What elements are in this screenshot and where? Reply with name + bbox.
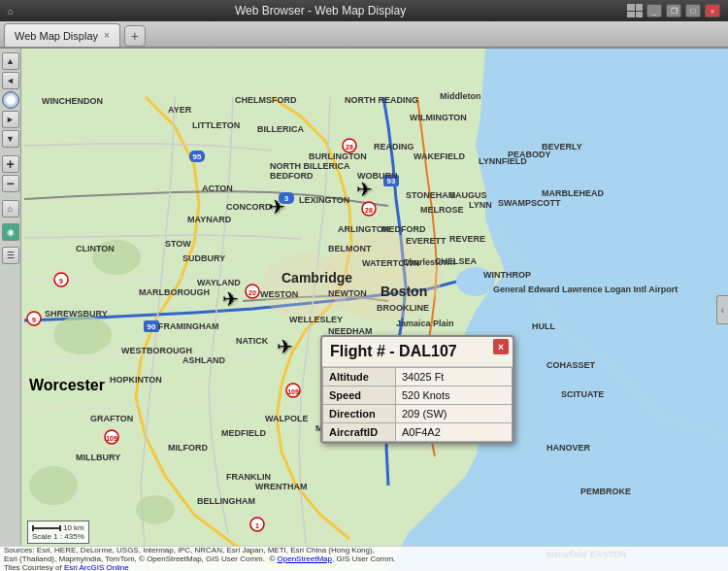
title-bar-title: Web Browser - Web Map Display [14, 4, 627, 17]
svg-text:28: 28 [365, 207, 373, 214]
new-tab-button[interactable]: + [124, 25, 146, 47]
title-bar: ⌂ Web Browser - Web Map Display _ ❐ □ × [0, 0, 728, 21]
svg-text:9: 9 [59, 278, 63, 285]
tab-web-map-display[interactable]: Web Map Display × [4, 23, 120, 47]
popup-row: Altitude34025 Ft [323, 368, 513, 386]
popup-title: Flight # - DAL107 [322, 337, 513, 367]
svg-point-29 [136, 495, 175, 524]
openstreetmap-link[interactable]: OpenStreetMap [278, 554, 332, 563]
map-container[interactable]: 90 93 95 3 28 28 20 9 109 9 109 1 [0, 49, 728, 571]
svg-text:95: 95 [193, 152, 202, 161]
svg-text:90: 90 [148, 322, 156, 331]
svg-text:93: 93 [387, 177, 396, 185]
popup-close-button[interactable]: × [493, 339, 509, 354]
svg-point-26 [53, 316, 112, 354]
pan-down-button[interactable]: ▼ [2, 130, 19, 148]
svg-text:3: 3 [284, 194, 289, 203]
popup-row: Speed520 Knots [323, 386, 513, 405]
popup-row-label: AircraftID [323, 423, 396, 442]
aircraft-3[interactable]: ✈ [222, 287, 239, 311]
svg-rect-33 [32, 525, 34, 531]
maximize-button[interactable]: □ [685, 4, 701, 17]
scale-label: 10 km [63, 523, 84, 532]
svg-point-28 [29, 466, 78, 505]
svg-point-1 [456, 267, 495, 296]
pan-up-button[interactable]: ▲ [2, 52, 19, 70]
svg-text:28: 28 [346, 144, 353, 151]
minimize-button[interactable]: _ [646, 4, 662, 17]
svg-point-31 [262, 252, 349, 320]
svg-point-27 [92, 240, 141, 275]
restore-button[interactable]: ❐ [666, 4, 681, 17]
svg-text:1: 1 [255, 522, 259, 529]
popup-row-label: Direction [323, 405, 396, 423]
popup-row: AircraftIDA0F4A2 [323, 423, 513, 442]
svg-text:20: 20 [248, 289, 256, 296]
svg-text:109: 109 [287, 388, 299, 395]
popup-row-label: Speed [323, 386, 396, 405]
popup-row-value: 520 Knots [396, 386, 513, 405]
grid-icon[interactable] [627, 4, 643, 17]
layers-button[interactable]: ☰ [2, 247, 19, 264]
aircraft-2[interactable]: ✈ [356, 178, 373, 201]
pan-left-button[interactable]: ◄ [2, 72, 19, 89]
zoom-label: Scale 1 : 435% [32, 532, 84, 541]
zoom-in-button[interactable]: + [2, 155, 19, 173]
popup-row: Direction209 (SW) [323, 405, 513, 423]
zoom-out-button[interactable]: − [2, 175, 19, 192]
attribution-line2: Esri (Thailand), MapmyIndia, TomTom, © O… [4, 554, 724, 563]
aircraft-4[interactable]: ✈ [277, 335, 293, 358]
title-bar-controls: _ ❐ □ × [627, 4, 720, 17]
svg-text:9: 9 [32, 317, 36, 323]
tab-label: Web Map Display [15, 30, 98, 42]
popup-row-label: Altitude [323, 368, 396, 386]
svg-rect-34 [59, 525, 61, 531]
popup-row-value: A0F4A2 [396, 423, 513, 442]
popup-data-table: Altitude34025 FtSpeed520 KnotsDirection2… [322, 367, 513, 442]
tab-close-icon[interactable]: × [104, 30, 110, 41]
right-panel-handle[interactable]: ‹ [716, 295, 728, 324]
map-svg: 90 93 95 3 28 28 20 9 109 9 109 1 [0, 49, 728, 571]
svg-text:109: 109 [106, 435, 117, 442]
compass-icon[interactable] [2, 91, 19, 109]
popup-row-value: 34025 Ft [396, 368, 513, 386]
svg-rect-32 [32, 527, 61, 529]
close-button[interactable]: × [705, 4, 720, 17]
tab-bar: Web Map Display × + [0, 21, 728, 49]
map-toolbar: ▲ ◄ ► ▼ + − ⌂ ◉ ☰ [0, 49, 21, 571]
aircraft-1[interactable]: ✈ [269, 195, 285, 218]
attribution-line1: Sources: Esri, HERE, DeLorme, USGS, Inte… [4, 546, 724, 554]
pan-right-button[interactable]: ► [2, 111, 19, 128]
attribution-line3: Tiles Courtesy of Esri ArcGIS Online [4, 563, 724, 571]
home-button[interactable]: ⌂ [2, 200, 19, 218]
flight-popup: × Flight # - DAL107 Altitude34025 FtSpee… [320, 335, 514, 444]
esri-link[interactable]: Esri ArcGIS Online [64, 563, 129, 571]
scale-bar: 10 km Scale 1 : 435% [27, 521, 89, 544]
popup-row-value: 209 (SW) [396, 405, 513, 423]
attribution-bar: Sources: Esri, HERE, DeLorme, USGS, Inte… [0, 546, 728, 571]
locate-button[interactable]: ◉ [2, 223, 19, 241]
